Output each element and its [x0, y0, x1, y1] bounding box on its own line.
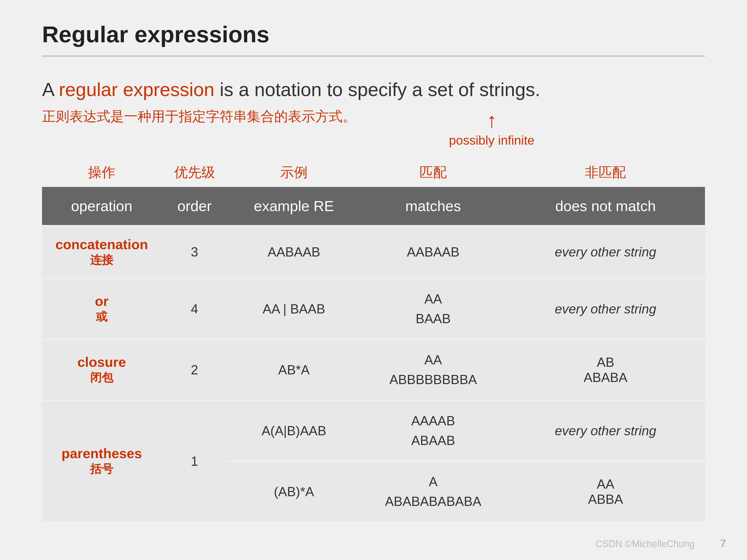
- ch-header-example: 示例: [228, 158, 360, 187]
- chinese-header-row: 操作 优先级 示例 匹配 非匹配: [42, 158, 705, 187]
- intro-highlight: regular expression: [59, 79, 214, 100]
- matches-cell: AAABBBBBBBBA: [360, 340, 506, 400]
- example-cell: AABAAB: [228, 226, 360, 278]
- en-header-matches: matches: [360, 187, 506, 226]
- slide: Regular expressions A regular expression…: [0, 0, 747, 560]
- notmatch-cell: AAABBA: [506, 461, 705, 522]
- en-header-order: order: [161, 187, 228, 226]
- notmatch-cell: every other string: [506, 278, 705, 340]
- op-english: parentheses: [47, 446, 156, 461]
- op-english: concatenation: [47, 237, 156, 252]
- op-cell-or: or 或: [42, 278, 161, 340]
- intro-line: A regular expression is a notation to sp…: [42, 77, 705, 102]
- order-cell: 3: [161, 226, 228, 278]
- table-row: concatenation 连接 3 AABAAB AABAAB every o…: [42, 226, 705, 278]
- arrow-label: possibly infinite: [449, 133, 535, 148]
- matches-cell: AAAABABAAB: [360, 400, 506, 461]
- ch-header-notmatch: 非匹配: [506, 158, 705, 187]
- op-chinese: 括号: [47, 461, 156, 477]
- page-number: 7: [720, 538, 726, 550]
- header-row: operation order example RE matches does …: [42, 187, 705, 226]
- op-chinese: 或: [47, 309, 156, 324]
- intro-part2: is a notation to specify a set of string…: [214, 79, 540, 100]
- order-cell: 1: [161, 400, 228, 522]
- notmatch-cell: every other string: [506, 400, 705, 461]
- ch-header-op: 操作: [42, 158, 161, 187]
- matches-cell: AABABABABABA: [360, 461, 506, 522]
- op-chinese: 连接: [47, 252, 156, 268]
- table-row: or 或 4 AA | BAAB AABAAB every other stri…: [42, 278, 705, 340]
- notmatch-cell: ABABABA: [506, 340, 705, 400]
- example-cell: AB*A: [228, 340, 360, 400]
- ch-header-order: 优先级: [161, 158, 228, 187]
- table-row: parentheses 括号 1 A(A|B)AAB AAAABABAAB ev…: [42, 400, 705, 461]
- slide-title: Regular expressions: [42, 21, 705, 48]
- order-cell: 4: [161, 278, 228, 340]
- table-row: closure 闭包 2 AB*A AAABBBBBBBBA ABABABA: [42, 340, 705, 400]
- example-cell: AA | BAAB: [228, 278, 360, 340]
- op-english: closure: [47, 354, 156, 370]
- example-cell: A(A|B)AAB: [228, 400, 360, 461]
- matches-cell: AABAAB: [360, 226, 506, 278]
- en-header-op: operation: [42, 187, 161, 226]
- order-cell: 2: [161, 340, 228, 400]
- re-table: 操作 优先级 示例 匹配 非匹配 operation order example…: [42, 158, 705, 523]
- intro-part1: A: [42, 79, 59, 100]
- op-cell-closure: closure 闭包: [42, 340, 161, 400]
- watermark: CSDN ©MichelleChung: [595, 538, 694, 550]
- en-header-notmatch: does not match: [506, 187, 705, 226]
- matches-cell: AABAAB: [360, 278, 506, 340]
- ch-header-matches: 匹配: [360, 158, 506, 187]
- notmatch-cell: every other string: [506, 226, 705, 278]
- op-english: or: [47, 293, 156, 309]
- en-header-example: example RE: [228, 187, 360, 226]
- op-chinese: 闭包: [47, 370, 156, 385]
- divider: [42, 56, 705, 56]
- op-cell-concatenation: concatenation 连接: [42, 226, 161, 278]
- arrow-up-icon: ↑: [486, 110, 497, 131]
- example-cell: (AB)*A: [228, 461, 360, 522]
- op-cell-parentheses: parentheses 括号: [42, 400, 161, 522]
